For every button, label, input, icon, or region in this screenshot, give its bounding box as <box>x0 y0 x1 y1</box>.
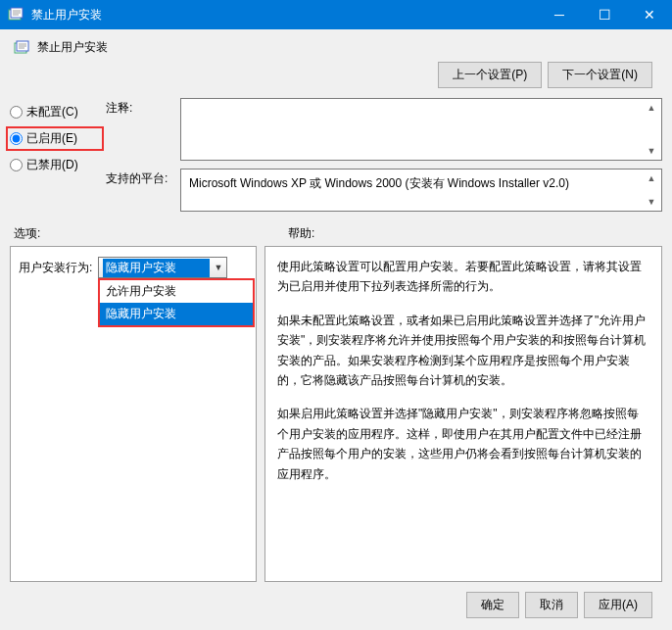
header: 禁止用户安装 <box>10 39 662 56</box>
window-controls: ─ ☐ ✕ <box>537 0 672 29</box>
radio-not-configured[interactable]: 未配置(C) <box>10 104 98 121</box>
help-text-2: 如果未配置此策略设置，或者如果已启用此策略设置并选择了"允许用户安装"，则安装程… <box>277 311 649 391</box>
platform-field: Microsoft Windows XP 或 Windows 2000 (安装有… <box>180 169 662 212</box>
policy-icon <box>8 7 24 23</box>
titlebar: 禁止用户安装 ─ ☐ ✕ <box>0 0 672 29</box>
nav-buttons: 上一个设置(P) 下一个设置(N) <box>438 62 652 88</box>
ok-button[interactable]: 确定 <box>466 592 519 618</box>
behavior-label: 用户安装行为: <box>19 260 92 276</box>
policy-icon <box>14 40 29 56</box>
options-section-label: 选项: <box>10 225 284 242</box>
window-title: 禁止用户安装 <box>31 7 537 24</box>
scroll-down-icon[interactable]: ▼ <box>644 194 659 210</box>
platform-label: 支持的平台: <box>106 169 174 187</box>
next-setting-button[interactable]: 下一个设置(N) <box>548 62 652 88</box>
minimize-button[interactable]: ─ <box>537 0 582 29</box>
close-button[interactable]: ✕ <box>627 0 672 29</box>
dropdown-option-allow[interactable]: 允许用户安装 <box>100 280 253 303</box>
chevron-down-icon: ▼ <box>210 263 222 272</box>
highlight-enabled: 已启用(E) <box>6 126 104 151</box>
help-text-1: 使用此策略设置可以配置用户安装。若要配置此策略设置，请将其设置为已启用并使用下拉… <box>277 257 649 297</box>
help-section-label: 帮助: <box>284 225 314 242</box>
dropdown-selected: 隐藏用户安装 <box>103 259 210 277</box>
footer: 确定 取消 应用(A) <box>10 582 662 630</box>
scroll-up-icon[interactable]: ▲ <box>644 170 659 186</box>
dropdown-list: 允许用户安装 隐藏用户安装 <box>98 278 255 327</box>
radio-disabled-input[interactable] <box>10 159 23 171</box>
cancel-button[interactable]: 取消 <box>525 592 578 618</box>
scroll-up-icon[interactable]: ▲ <box>644 100 659 116</box>
apply-button[interactable]: 应用(A) <box>584 592 652 618</box>
state-radio-group: 未配置(C) 已启用(E) 已禁用(D) <box>10 104 98 173</box>
comment-label: 注释: <box>106 98 174 117</box>
help-text-3: 如果启用此策略设置并选择"隐藏用户安装"，则安装程序将忽略按照每个用户安装的应用… <box>277 404 649 484</box>
maximize-button[interactable]: ☐ <box>582 0 627 29</box>
behavior-dropdown[interactable]: 隐藏用户安装 ▼ 允许用户安装 隐藏用户安装 <box>98 257 227 278</box>
header-title: 禁止用户安装 <box>37 39 108 56</box>
scroll-down-icon[interactable]: ▼ <box>644 143 659 159</box>
radio-disabled[interactable]: 已禁用(D) <box>10 157 98 173</box>
radio-not-configured-input[interactable] <box>10 106 23 119</box>
comment-textarea[interactable]: ▲ ▼ <box>180 98 662 161</box>
options-panel: 用户安装行为: 隐藏用户安装 ▼ 允许用户安装 隐藏用户安装 <box>10 246 257 582</box>
prev-setting-button[interactable]: 上一个设置(P) <box>438 62 542 88</box>
radio-enabled[interactable]: 已启用(E) <box>10 130 98 147</box>
radio-enabled-input[interactable] <box>10 132 23 145</box>
help-panel: 使用此策略设置可以配置用户安装。若要配置此策略设置，请将其设置为已启用并使用下拉… <box>264 246 662 582</box>
dropdown-option-hide[interactable]: 隐藏用户安装 <box>100 303 253 325</box>
